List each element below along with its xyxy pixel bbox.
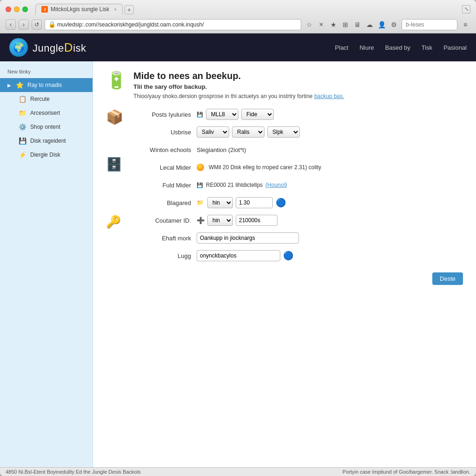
sidebar-item-disk-rageident[interactable]: 💾 Disk rageident [0, 134, 93, 148]
page-title: Mide to nees an beekup. [133, 71, 344, 81]
form-row-coutamer: Coutamer ID. ➕ hin [131, 214, 463, 227]
nav-pasional[interactable]: Pasional [443, 44, 467, 51]
label-winton: Winton echools [131, 146, 191, 153]
new-tab-button[interactable]: + [125, 5, 134, 14]
status-left: 4850 Ni.Bsl-Etent Boyinedullty Ed the Ju… [6, 469, 140, 475]
minimize-window-button[interactable] [14, 7, 20, 12]
nav-niure[interactable]: Niure [359, 44, 374, 51]
status-right: Portyin case Imptiund of Goo/bargemer. S… [343, 469, 470, 475]
label-fuld: Fuld Mider [131, 182, 191, 189]
nav-tisk[interactable]: Tisk [422, 44, 432, 51]
star-icon[interactable]: ★ [328, 20, 338, 30]
form-row-blagared: Blagared 📁 hin 🔵 [131, 196, 463, 209]
back-button[interactable]: ‹ [6, 20, 16, 30]
sidebar-item-shop-ontent[interactable]: ⚙️ Shop ontent [0, 120, 93, 134]
blagared-badge[interactable]: 🔵 [276, 198, 286, 208]
sidebar-gear-icon: ⚙️ [19, 123, 26, 131]
ehaft-input[interactable] [197, 232, 299, 244]
sidebar-header: New tlinky [0, 67, 93, 78]
grid-icon[interactable]: ⊞ [340, 20, 350, 30]
usbrise-select-3[interactable]: Slpk [267, 126, 300, 138]
blagared-input[interactable] [236, 197, 273, 208]
label-blagared: Blagared [131, 199, 191, 206]
fuld-value: RE0000 21 lihtdictellps [206, 182, 263, 188]
settings-icon[interactable]: ⚙ [389, 20, 399, 30]
sidebar-item-ray-to-rmadis[interactable]: ▶ ⭐ Ray to rmadis [0, 78, 93, 92]
traffic-lights [6, 7, 28, 12]
main-layout: New tlinky ▶ ⭐ Ray to rmadis 📋 Rercute 📁… [0, 61, 476, 467]
browser-titlebar: J MitckoLkgis sungle Lisk × + ⤡ ‹ › ↺ 🔒 … [0, 0, 476, 33]
close-window-button[interactable] [6, 7, 11, 12]
usbrise-select-2[interactable]: Ralis [232, 126, 264, 138]
tab-favicon: J [41, 6, 48, 13]
posts-select-1[interactable]: MLL8 [206, 109, 238, 120]
sidebar: New tlinky ▶ ⭐ Ray to rmadis 📋 Rercute 📁… [0, 61, 93, 467]
label-coutamer: Coutamer ID. [131, 217, 191, 224]
lecal-value: WMil 20 Disk elleg to rroped carer 2.31)… [209, 164, 321, 171]
window-resize-icon[interactable]: ⤡ [462, 5, 470, 13]
logo-text: JungleDisk [33, 40, 86, 55]
delete-button[interactable]: Deste [432, 272, 463, 285]
active-tab[interactable]: J MitckoLkgis sungle Lisk × [35, 4, 123, 14]
user-icon[interactable]: 👤 [377, 20, 387, 30]
label-ehaft: Ehaft mork [131, 235, 191, 242]
lugg-badge[interactable]: 🔵 [283, 251, 293, 261]
app-navbar: 🌍 JungleDisk Plact Niure Based by Tisk P… [0, 33, 476, 61]
form-row-winton: Winton echools Slegiantion (2iot*t) [131, 143, 463, 156]
maximize-window-button[interactable] [22, 7, 28, 12]
sidebar-disk-icon: 💾 [19, 137, 26, 145]
monitor-icon[interactable]: 🖥 [352, 20, 363, 30]
page-subtitle: Tlii the sary offor backup. [133, 83, 344, 90]
blagared-select[interactable]: hin [207, 197, 233, 208]
tab-close-button[interactable]: × [114, 7, 117, 12]
usbrise-select-1[interactable]: Saliv [197, 126, 229, 138]
controls-lecal: WMil 20 Disk elleg to rroped carer 2.31)… [197, 164, 321, 171]
forward-button[interactable]: › [19, 20, 29, 30]
search-input[interactable] [402, 19, 457, 30]
form-row-ehaft: Ehaft mork [131, 231, 463, 245]
posts-select-2[interactable]: Fide [241, 109, 274, 120]
page-header: 🔋 Mide to nees an beekup. Tlii the sary … [106, 71, 463, 100]
refresh-button[interactable]: ↺ [32, 20, 42, 30]
address-bar: ‹ › ↺ 🔒 ☆ ✕ ★ ⊞ 🖥 ☁ 👤 ⚙ ≡ [6, 17, 470, 33]
form-row-fuld: Fuld Mider 💾 RE0000 21 lihtdictellps (Ho… [131, 178, 463, 192]
form-row-lugg: Lugg 🔵 [131, 249, 463, 262]
warning-status-icon [197, 164, 204, 171]
logo-globe-icon: 🌍 [9, 38, 28, 57]
sidebar-item-diergle-disk[interactable]: ⚡ Diergle Disk [0, 148, 93, 162]
controls-blagared: 📁 hin 🔵 [197, 197, 286, 208]
disk-small-icon: 💾 [197, 112, 203, 118]
tab-title: MitckoLkgis sungle Lisk [51, 6, 109, 13]
controls-fuld: 💾 RE0000 21 lihtdictellps (Houno9 [197, 182, 287, 188]
bottom-actions: Deste [106, 267, 463, 287]
browser-window: J MitckoLkgis sungle Lisk × + ⤡ ‹ › ↺ 🔒 … [0, 0, 476, 476]
controls-usbrise: Saliv Ralis Slpk [197, 126, 300, 138]
backup-link[interactable]: backup bas. [314, 93, 344, 99]
lugg-input[interactable] [197, 250, 280, 261]
cloud-icon[interactable]: ☁ [364, 20, 375, 30]
section-icons: 📦 🗄️ 🔑 [106, 108, 123, 267]
sidebar-item-label: Ray to rmadis [27, 82, 62, 88]
browser-controls: J MitckoLkgis sungle Lisk × + ⤡ [6, 4, 470, 14]
nav-plact[interactable]: Plact [335, 44, 349, 51]
sidebar-folder-icon: 📁 [19, 109, 26, 117]
menu-icon[interactable]: ≡ [460, 20, 470, 30]
sidebar-item-arcesorisert[interactable]: 📁 Arcesorisert [0, 106, 93, 120]
coutamer-select[interactable]: hin [207, 215, 233, 226]
label-posts: Posts Iyuluries [131, 111, 191, 118]
nav-based-by[interactable]: Based by [385, 44, 410, 51]
coutamer-input[interactable] [236, 215, 278, 226]
sidebar-item-rercute[interactable]: 📋 Rercute [0, 92, 93, 106]
sidebar-item-label: Rercute [30, 96, 50, 102]
sidebar-item-label: Disk rageident [30, 138, 66, 144]
url-input[interactable] [45, 19, 301, 30]
close-search-icon[interactable]: ✕ [316, 20, 326, 30]
bookmark-icon[interactable]: ☆ [304, 20, 314, 30]
sidebar-item-label: Diergle Disk [30, 152, 60, 158]
content-area: 🔋 Mide to nees an beekup. Tlii the sary … [93, 61, 476, 467]
fuld-link[interactable]: (Houno9 [265, 182, 287, 188]
page-description: Thioo/yauy shoko.dersion grosprose in th… [133, 92, 344, 100]
sidebar-list-icon: 📋 [19, 95, 26, 103]
form-row-usbrise: Usbrise Saliv Ralis Slpk [131, 126, 463, 139]
sidebar-star-icon: ⭐ [16, 81, 24, 89]
